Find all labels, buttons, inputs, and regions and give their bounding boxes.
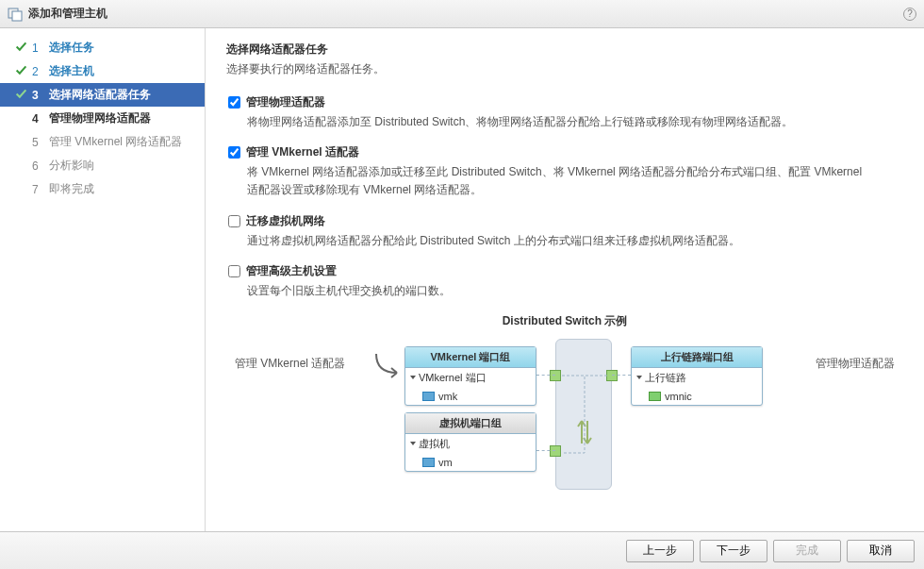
nic-icon <box>422 458 435 467</box>
option-desc: 将物理网络适配器添加至 Distributed Switch、将物理网络适配器分… <box>247 113 869 131</box>
switch-lines-icon <box>562 359 607 481</box>
checkbox-migrate-vm-network[interactable] <box>228 215 240 227</box>
step-2[interactable]: 2 选择主机 <box>0 59 205 83</box>
nic-icon <box>649 392 661 401</box>
step-num: 4 <box>32 112 45 126</box>
vmkernel-portgroup-card: VMkernel 端口组 VMkernel 端口 vmk <box>404 346 536 406</box>
step-1[interactable]: 1 选择任务 <box>0 36 205 59</box>
check-icon <box>13 88 28 103</box>
card-header: 虚拟机端口组 <box>405 413 536 434</box>
checkbox-manage-physical[interactable] <box>228 96 240 109</box>
back-button[interactable]: 上一步 <box>626 540 694 562</box>
port-icon <box>550 370 561 381</box>
switch-box <box>555 339 612 490</box>
diagram-title: Distributed Switch 示例 <box>226 313 903 329</box>
nic-icon <box>422 392 435 401</box>
port-icon <box>550 445 561 457</box>
step-6: 6 分析影响 <box>0 154 205 177</box>
step-num: 1 <box>32 42 45 55</box>
expand-icon <box>410 442 416 445</box>
step-label: 分析影响 <box>49 158 94 174</box>
step-num: 5 <box>32 136 45 149</box>
help-icon[interactable]: ? <box>903 8 916 21</box>
option-label: 管理高级主机设置 <box>246 263 337 279</box>
step-num: 2 <box>32 65 45 78</box>
option-desc: 将 VMkernel 网络适配器添加或迁移至此 Distributed Swit… <box>247 163 869 199</box>
hosts-icon <box>8 7 23 22</box>
finish-button: 完成 <box>773 540 841 562</box>
step-label: 管理 VMkernel 网络适配器 <box>49 134 182 150</box>
checkbox-manage-vmkernel[interactable] <box>228 146 240 159</box>
option-advanced-host: 管理高级主机设置 设置每个旧版主机代理交换机的端口数。 <box>226 263 903 300</box>
wizard-steps: 1 选择任务 2 选择主机 3 选择网络适配器任务 4 管理物理网络适配器 5 … <box>0 28 206 531</box>
option-manage-vmkernel: 管理 VMkernel 适配器 将 VMkernel 网络适配器添加或迁移至此 … <box>226 144 903 199</box>
option-label: 迁移虚拟机网络 <box>246 213 325 229</box>
option-label: 管理物理适配器 <box>246 94 325 110</box>
expand-icon <box>636 376 642 379</box>
step-num: 6 <box>32 159 45 173</box>
card-row: 虚拟机 <box>419 437 450 451</box>
window-title: 添加和管理主机 <box>28 6 107 22</box>
checkbox-advanced-host[interactable] <box>228 265 240 277</box>
check-icon <box>13 64 28 79</box>
card-header: VMkernel 端口组 <box>405 347 536 368</box>
vm-portgroup-card: 虚拟机端口组 虚拟机 vm <box>404 412 536 472</box>
page-title: 选择网络适配器任务 <box>226 42 903 58</box>
option-desc: 设置每个旧版主机代理交换机的端口数。 <box>247 282 869 300</box>
footer: 上一步 下一步 完成 取消 <box>0 531 924 569</box>
connector-line <box>536 450 555 451</box>
step-3[interactable]: 3 选择网络适配器任务 <box>0 83 205 107</box>
diagram: 管理 VMkernel 适配器 管理物理适配器 <box>235 339 895 499</box>
page-subtitle: 选择要执行的网络适配器任务。 <box>226 61 903 77</box>
next-button[interactable]: 下一步 <box>700 540 767 562</box>
step-label: 选择任务 <box>49 40 94 56</box>
step-label: 选择主机 <box>49 63 94 79</box>
card-header: 上行链路端口组 <box>632 347 762 368</box>
option-manage-physical: 管理物理适配器 将物理网络适配器添加至 Distributed Switch、将… <box>226 94 903 131</box>
option-migrate-vm-network: 迁移虚拟机网络 通过将虚拟机网络适配器分配给此 Distributed Swit… <box>226 213 903 250</box>
step-label: 选择网络适配器任务 <box>49 87 151 103</box>
card-row: VMkernel 端口 <box>419 371 487 385</box>
cancel-button[interactable]: 取消 <box>847 540 915 562</box>
card-row: vmnic <box>665 391 692 402</box>
expand-icon <box>410 376 416 379</box>
step-5: 5 管理 VMkernel 网络适配器 <box>0 130 205 154</box>
arrow-left-icon <box>374 352 403 380</box>
step-4: 4 管理物理网络适配器 <box>0 107 205 130</box>
step-num: 7 <box>32 183 45 196</box>
svg-rect-1 <box>12 11 22 21</box>
uplink-portgroup-card: 上行链路端口组 上行链路 vmnic <box>631 346 763 406</box>
option-label: 管理 VMkernel 适配器 <box>246 144 359 160</box>
port-icon <box>606 370 618 381</box>
check-icon <box>13 41 28 56</box>
diagram-right-label: 管理物理适配器 <box>816 356 895 372</box>
diagram-left-label: 管理 VMkernel 适配器 <box>235 356 345 372</box>
step-label: 管理物理网络适配器 <box>49 110 151 126</box>
option-desc: 通过将虚拟机网络适配器分配给此 Distributed Switch 上的分布式… <box>247 232 869 250</box>
card-row: 上行链路 <box>645 371 686 385</box>
step-label: 即将完成 <box>49 181 94 197</box>
card-row: vm <box>438 457 453 468</box>
connector-line <box>612 375 631 376</box>
main-panel: 选择网络适配器任务 选择要执行的网络适配器任务。 管理物理适配器 将物理网络适配… <box>206 28 924 531</box>
connector-line <box>536 375 555 376</box>
card-row: vmk <box>438 391 457 402</box>
step-num: 3 <box>32 89 45 102</box>
step-7: 7 即将完成 <box>0 177 205 201</box>
titlebar: 添加和管理主机 ? <box>0 0 924 28</box>
